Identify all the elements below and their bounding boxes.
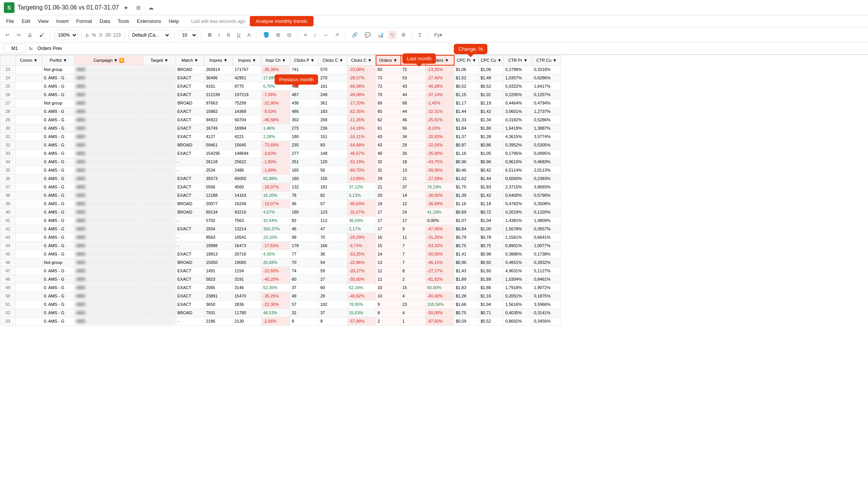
cell-p-31[interactable]: $1,39 xyxy=(479,132,504,141)
cell-g-45[interactable]: 20716 xyxy=(233,250,262,258)
cell-b-32[interactable]: 0. AMS - G xyxy=(42,141,75,149)
cell-l-23[interactable]: 83 xyxy=(376,65,401,74)
cell-m-48[interactable]: 2 xyxy=(401,275,426,283)
cell-r-45[interactable]: 0,1738% xyxy=(532,250,561,258)
cell-p-39[interactable]: $1,18 xyxy=(479,199,504,208)
cell-j-35[interactable]: 50 xyxy=(319,166,347,174)
cell-b-30[interactable]: 0. AMS - G xyxy=(42,124,75,132)
cell-b-25[interactable]: 0. AMS - G xyxy=(42,82,75,90)
cell-k-27[interactable]: -17,20% xyxy=(347,99,376,107)
cell-c-47[interactable]: AMS xyxy=(75,267,143,275)
cell-f-48[interactable]: 5823 xyxy=(204,275,233,283)
cell-o-30[interactable]: $1,84 xyxy=(454,124,479,132)
cell-d-43[interactable] xyxy=(143,233,176,241)
cell-e-50[interactable]: EXACT xyxy=(176,292,204,300)
cell-r-52[interactable]: 0,3141% xyxy=(532,309,561,317)
cell-o-26[interactable]: $1,15 xyxy=(454,90,479,99)
cell-b-34[interactable]: 0. AMS - G xyxy=(42,158,75,166)
cell-k-52[interactable]: 15,63% xyxy=(347,309,376,317)
cell-j-23[interactable]: 570 xyxy=(319,65,347,74)
col-header-e[interactable]: Match ▼ xyxy=(176,55,204,65)
cell-g-50[interactable]: 15470 xyxy=(233,292,262,300)
cell-h-38[interactable]: 16,20% xyxy=(262,191,290,199)
cell-q-49[interactable]: 1,7918% xyxy=(504,283,532,292)
cell-a-52[interactable] xyxy=(16,309,42,317)
cell-i-47[interactable]: 74 xyxy=(290,267,319,275)
cell-k-50[interactable]: -40,82% xyxy=(347,292,376,300)
cell-b-45[interactable]: 0. AMS - G xyxy=(42,250,75,258)
cell-c-28[interactable]: AMS xyxy=(75,107,143,116)
cell-k-36[interactable]: -13,89% xyxy=(347,174,376,183)
star-icon[interactable]: ★ xyxy=(124,5,129,11)
cell-c-27[interactable]: AMS xyxy=(75,99,143,107)
cell-j-46[interactable]: 54 xyxy=(319,258,347,267)
cell-n-25[interactable]: -40,28% xyxy=(426,82,454,90)
cell-p-49[interactable]: $1,86 xyxy=(479,283,504,292)
cell-j-26[interactable]: 248 xyxy=(319,90,347,99)
cell-r-31[interactable]: 3,5774% xyxy=(532,132,561,141)
cell-r-24[interactable]: 0,6286% xyxy=(532,74,561,82)
cell-l-52[interactable]: 8 xyxy=(376,309,401,317)
cell-q-31[interactable]: 4,3615% xyxy=(504,132,532,141)
cell-n-34[interactable]: -43,75% xyxy=(426,158,454,166)
cell-f-29[interactable]: 94922 xyxy=(204,116,233,124)
cell-b-27[interactable]: Not group xyxy=(42,99,75,107)
cell-reference-input[interactable] xyxy=(3,44,26,53)
cell-n-48[interactable]: -81,82% xyxy=(426,275,454,283)
cell-o-41[interactable]: $1,07 xyxy=(454,216,479,225)
cell-i-39[interactable]: 96 xyxy=(290,199,319,208)
cell-i-51[interactable]: 57 xyxy=(290,300,319,309)
cell-m-33[interactable]: 26 xyxy=(401,149,426,158)
cell-h-30[interactable]: 1,46% xyxy=(262,124,290,132)
cell-q-30[interactable]: 1,6419% xyxy=(504,124,532,132)
cell-j-28[interactable]: 183 xyxy=(319,107,347,116)
cell-j-52[interactable]: 37 xyxy=(319,309,347,317)
cell-p-23[interactable]: $1,06 xyxy=(479,65,504,74)
filter-view-button[interactable]: ⚙ xyxy=(399,31,408,39)
cell-i-42[interactable]: 46 xyxy=(290,225,319,233)
cell-e-24[interactable]: EXACT xyxy=(176,74,204,82)
cell-c-26[interactable]: AMS xyxy=(75,90,143,99)
cell-a-25[interactable] xyxy=(16,82,42,90)
cell-n-33[interactable]: -35,00% xyxy=(426,149,454,158)
cell-q-52[interactable]: 0,4035% xyxy=(504,309,532,317)
cell-a-24[interactable] xyxy=(16,74,42,82)
cell-a-38[interactable] xyxy=(16,191,42,199)
cell-q-47[interactable]: 4,9631% xyxy=(504,267,532,275)
col-header-k[interactable]: Clicks C ▼ xyxy=(347,55,376,65)
cell-p-26[interactable]: $1,01 xyxy=(479,90,504,99)
cell-a-28[interactable] xyxy=(16,107,42,116)
cell-r-46[interactable]: 0,2832% xyxy=(532,258,561,267)
cell-a-34[interactable] xyxy=(16,158,42,166)
cell-k-49[interactable]: 62,16% xyxy=(347,283,376,292)
cell-o-37[interactable]: $1,75 xyxy=(454,183,479,191)
cell-h-39[interactable]: -19,07% xyxy=(262,199,290,208)
cell-h-27[interactable]: -22,90% xyxy=(262,99,290,107)
cell-g-43[interactable]: 10541 xyxy=(233,233,262,241)
cell-n-50[interactable]: -60,00% xyxy=(426,292,454,300)
cell-m-45[interactable]: 7 xyxy=(401,250,426,258)
cell-k-45[interactable]: -53,25% xyxy=(347,250,376,258)
cell-j-25[interactable]: 161 xyxy=(319,82,347,90)
cell-c-34[interactable]: AMS xyxy=(75,158,143,166)
cell-m-36[interactable]: 21 xyxy=(401,174,426,183)
col-header-l[interactable]: Orders ▼ xyxy=(376,55,401,65)
cell-m-52[interactable]: 4 xyxy=(401,309,426,317)
cell-k-29[interactable]: -11,26% xyxy=(347,116,376,124)
cell-a-47[interactable] xyxy=(16,267,42,275)
cell-q-44[interactable]: 0,8901% xyxy=(504,241,532,250)
cell-c-32[interactable]: AMS xyxy=(75,141,143,149)
cell-i-37[interactable]: 132 xyxy=(290,183,319,191)
cell-i-48[interactable]: 60 xyxy=(290,275,319,283)
cell-d-34[interactable] xyxy=(143,158,176,166)
cell-b-43[interactable]: 0. AMS - G xyxy=(42,233,75,241)
cell-o-44[interactable]: $0,75 xyxy=(454,241,479,250)
cell-a-46[interactable] xyxy=(16,258,42,267)
print-button[interactable]: 🖨 xyxy=(25,31,35,39)
cell-h-31[interactable]: 2,28% xyxy=(262,132,290,141)
cell-o-28[interactable]: $1,44 xyxy=(454,107,479,116)
cell-n-43[interactable]: -31,25% xyxy=(426,233,454,241)
cell-l-24[interactable]: 73 xyxy=(376,74,401,82)
cell-j-53[interactable]: 8 xyxy=(319,317,347,325)
cell-q-53[interactable]: 0,8692% xyxy=(504,317,532,325)
